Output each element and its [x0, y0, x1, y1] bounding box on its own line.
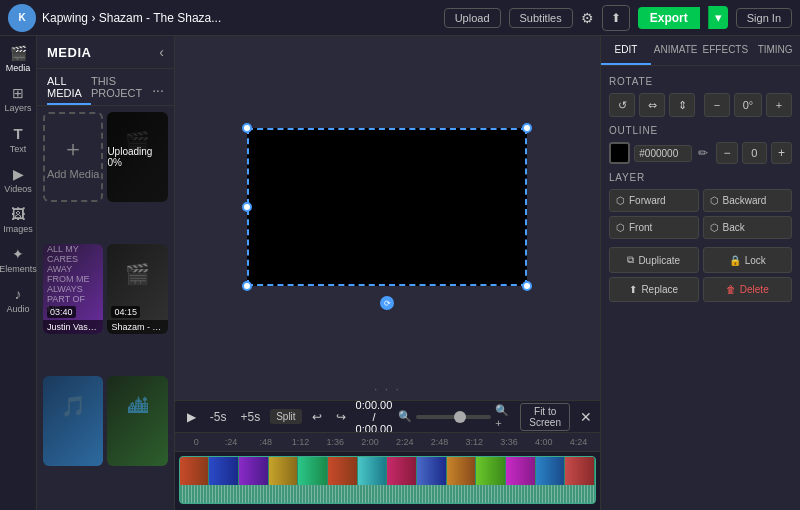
tab-all-media[interactable]: ALL MEDIA [47, 75, 91, 105]
selection-border [247, 128, 527, 286]
layer-front-button[interactable]: ⬡ Front [609, 216, 699, 239]
sign-in-button[interactable]: Sign In [736, 8, 792, 28]
play-button[interactable]: ▶ [183, 408, 200, 426]
sidebar-item-text[interactable]: T Text [0, 120, 36, 159]
frame-13 [536, 457, 566, 485]
split-button[interactable]: Split [270, 409, 301, 424]
frame-10 [447, 457, 477, 485]
outline-hex-value[interactable]: #000000 [634, 145, 692, 162]
rewind-button[interactable]: -5s [206, 408, 231, 426]
frame-11 [476, 457, 506, 485]
media-item-4[interactable]: 🏙 [107, 376, 167, 466]
media-item-3[interactable]: 🎵 [43, 376, 103, 466]
videos-icon: ▶ [13, 166, 24, 182]
action-row-1: ⧉ Duplicate 🔒 Lock [609, 247, 792, 273]
export-button[interactable]: Export [638, 7, 700, 29]
tab-animate[interactable]: ANIMATE [651, 36, 701, 65]
media-item-uploading[interactable]: 🎬 Uploading 0% [107, 112, 167, 202]
collapse-media-button[interactable]: ‹ [159, 44, 164, 60]
ruler-mark-1: :24 [214, 437, 249, 447]
upload-button[interactable]: Upload [444, 8, 501, 28]
undo-button[interactable]: ↩ [308, 408, 326, 426]
canvas-container[interactable]: ⟳ [175, 36, 600, 378]
app-logo: K [8, 4, 36, 32]
media-more-options[interactable]: ··· [152, 82, 164, 98]
lock-button[interactable]: 🔒 Lock [703, 247, 793, 273]
frame-6 [328, 457, 358, 485]
sidebar-item-layers[interactable]: ⊞ Layers [0, 80, 36, 118]
ruler-mark-2: :48 [248, 437, 283, 447]
layer-backward-button[interactable]: ⬡ Backward [703, 189, 793, 212]
media-item-1[interactable]: AME TAKE ALL MY CARES AWAY FROM ME ALWAY… [43, 244, 103, 334]
duplicate-button[interactable]: ⧉ Duplicate [609, 247, 699, 273]
rotate-plus-button[interactable]: + [766, 93, 792, 117]
ruler-mark-10: 4:00 [526, 437, 561, 447]
breadcrumb-arrow: › [91, 11, 98, 25]
right-panel: EDIT ANIMATE EFFECTS TIMING ROTATE ↺ ⇔ ⇕… [600, 36, 800, 510]
zoom-out-icon[interactable]: 🔍 [398, 410, 412, 423]
images-icon: 🖼 [11, 206, 25, 222]
tab-timing[interactable]: TIMING [750, 36, 800, 65]
delete-button[interactable]: 🗑 Delete [703, 277, 793, 302]
flip-h-button[interactable]: ⇔ [639, 93, 665, 117]
sidebar-item-videos[interactable]: ▶ Videos [0, 161, 36, 199]
frame-3 [239, 457, 269, 485]
outline-edit-icon[interactable]: ✏ [698, 146, 708, 160]
replace-button[interactable]: ⬆ Replace [609, 277, 699, 302]
outline-color-swatch[interactable] [609, 142, 630, 164]
tab-effects[interactable]: EFFECTS [701, 36, 751, 65]
forward-button[interactable]: +5s [236, 408, 264, 426]
breadcrumb-title[interactable]: Shazam - The Shaza... [99, 11, 222, 25]
thumb-preview-3: 🎵 [43, 376, 103, 436]
sidebar-item-elements[interactable]: ✦ Elements [0, 241, 36, 279]
timeline-track-area[interactable] [175, 452, 600, 510]
handle-bottom-left[interactable] [242, 281, 252, 291]
settings-icon[interactable]: ⚙ [581, 10, 594, 26]
add-media-button[interactable]: ＋ Add Media [43, 112, 103, 202]
layer-back-button[interactable]: ⬡ Back [703, 216, 793, 239]
outline-plus-button[interactable]: + [771, 142, 792, 164]
layer-forward-button[interactable]: ⬡ Forward [609, 189, 699, 212]
zoom-thumb[interactable] [454, 411, 466, 423]
media-panel-title: MEDIA [47, 45, 91, 60]
media-item-2[interactable]: 🎬 04:15 Shazam - The S... [107, 244, 167, 334]
handle-bottom-right[interactable] [522, 281, 532, 291]
replace-icon: ⬆ [629, 284, 637, 295]
redo-button[interactable]: ↪ [332, 408, 350, 426]
rotate-ccw-button[interactable]: ↺ [609, 93, 635, 117]
handle-top-right[interactable] [522, 123, 532, 133]
sidebar-item-images[interactable]: 🖼 Images [0, 201, 36, 239]
sidebar-item-audio[interactable]: ♪ Audio [0, 281, 36, 319]
track-frames [180, 457, 595, 485]
replace-label: Replace [641, 284, 678, 295]
upload-progress-label: Uploading 0% [107, 146, 167, 168]
share-button[interactable]: ⬆ [602, 5, 630, 31]
ruler-mark-11: 4:24 [561, 437, 596, 447]
zoom-controls: 🔍 🔍+ [398, 404, 514, 429]
flip-v-button[interactable]: ⇕ [669, 93, 695, 117]
rotate-minus-button[interactable]: − [704, 93, 730, 117]
rotate-handle[interactable]: ⟳ [380, 296, 394, 310]
sidebar-item-media[interactable]: 🎬 Media [0, 40, 36, 78]
zoom-in-icon[interactable]: 🔍+ [495, 404, 514, 429]
close-timeline-button[interactable]: ✕ [580, 409, 592, 425]
handle-middle-left[interactable] [242, 202, 252, 212]
backward-label: Backward [723, 195, 767, 206]
zoom-track[interactable] [416, 415, 491, 419]
tab-this-project[interactable]: THIS PROJECT [91, 75, 152, 105]
fit-to-screen-button[interactable]: Fit to Screen [520, 403, 570, 431]
duplicate-label: Duplicate [638, 255, 680, 266]
breadcrumb-app[interactable]: Kapwing [42, 11, 88, 25]
outline-number: 0 [742, 142, 767, 164]
duplicate-icon: ⧉ [627, 254, 634, 266]
sidebar-label-elements: Elements [0, 264, 37, 274]
export-arrow-button[interactable]: ▾ [708, 6, 728, 29]
subtitles-button[interactable]: Subtitles [509, 8, 573, 28]
canvas-video[interactable] [247, 128, 527, 286]
nav-actions: Upload Subtitles ⚙ ⬆ Export ▾ Sign In [444, 5, 792, 31]
timeline-track[interactable] [179, 456, 596, 504]
tab-edit[interactable]: EDIT [601, 36, 651, 65]
frame-9 [417, 457, 447, 485]
front-label: Front [629, 222, 652, 233]
outline-minus-button[interactable]: − [716, 142, 737, 164]
